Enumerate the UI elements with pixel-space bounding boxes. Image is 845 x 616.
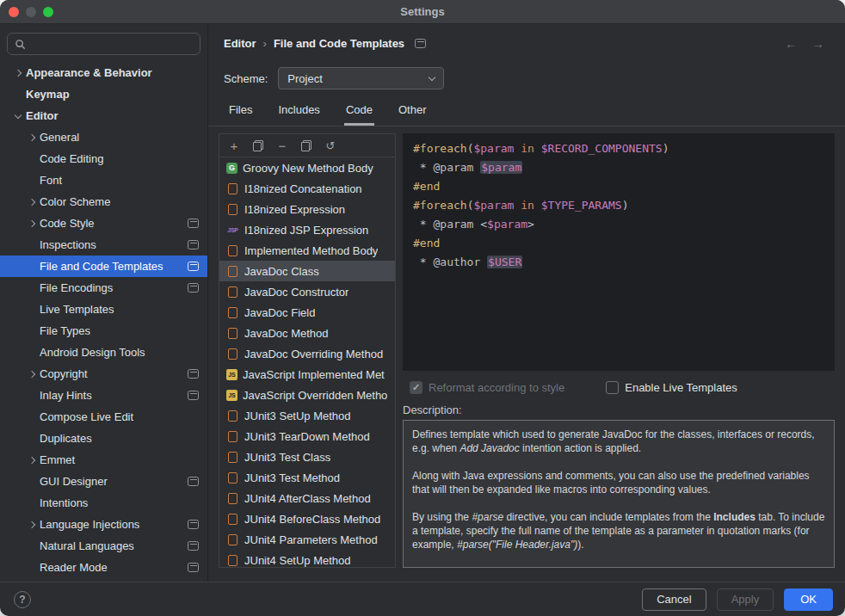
template-item-label: JUnit3 Test Method [244, 471, 340, 484]
tab-includes[interactable]: Includes [276, 103, 321, 126]
apply-button[interactable]: Apply [717, 588, 774, 611]
template-item-junit4-setup-method[interactable]: JUnit4 SetUp Method [219, 550, 395, 567]
code-line: #end [413, 177, 824, 196]
close-window-button[interactable] [9, 7, 19, 17]
template-item-javascript-implemented-met[interactable]: JSJavaScript Implemented Met [219, 364, 395, 385]
tab-other[interactable]: Other [397, 103, 429, 126]
help-button[interactable]: ? [14, 591, 31, 608]
sidebar-item-editor[interactable]: Editor [0, 105, 207, 126]
sidebar-item-natural-languages[interactable]: Natural Languages [0, 535, 207, 557]
settings-search-input[interactable] [31, 38, 193, 51]
template-item-javadoc-constructor[interactable]: JavaDoc Constructor [219, 281, 395, 302]
sidebar-item-general[interactable]: General [0, 126, 207, 148]
template-editor[interactable]: #foreach($param in $RECORD_COMPONENTS) *… [403, 133, 835, 371]
template-item-junit4-afterclass-method[interactable]: JUnit4 AfterClass Method [219, 488, 395, 508]
tree-toggle[interactable] [24, 213, 40, 234]
template-item-junit3-test-method[interactable]: JUnit3 Test Method [219, 467, 395, 488]
template-item-javadoc-method[interactable]: JavaDoc Method [219, 323, 395, 343]
template-item-i18nized-expression[interactable]: I18nized Expression [219, 199, 395, 219]
sidebar-item-keymap[interactable]: Keymap [0, 83, 207, 105]
sidebar-item-emmet[interactable]: Emmet [0, 449, 207, 471]
copy-icon[interactable] [249, 137, 268, 154]
scheme-select[interactable]: Project [278, 67, 444, 89]
code-line: #end [413, 234, 824, 253]
template-item-implemented-method-body[interactable]: Implemented Method Body [219, 240, 395, 261]
tree-indent [24, 557, 40, 578]
sidebar-item-label: Inspections [40, 238, 96, 251]
tab-code[interactable]: Code [344, 103, 374, 126]
template-item-junit3-teardown-method[interactable]: JUnit3 TearDown Method [219, 426, 395, 447]
template-item-i18nized-concatenation[interactable]: I18nized Concatenation [219, 178, 395, 199]
titlebar: Settings [0, 0, 845, 24]
tree-toggle[interactable] [24, 449, 40, 471]
sidebar-item-copyright[interactable]: Copyright [0, 363, 207, 385]
sidebar-item-color-scheme[interactable]: Color Scheme [0, 191, 207, 213]
template-item-junit4-parameters-method[interactable]: JUnit4 Parameters Method [219, 529, 395, 550]
tree-indent [24, 535, 40, 557]
cancel-button[interactable]: Cancel [642, 588, 706, 611]
enable-live-templates-checkbox[interactable]: Enable Live Templates [606, 381, 737, 394]
sidebar-item-file-encodings[interactable]: File Encodings [0, 277, 207, 299]
sidebar-item-font[interactable]: Font [0, 169, 207, 191]
sidebar-item-appearance-behavior[interactable]: Appearance & Behavior [0, 62, 207, 83]
checkbox-icon [606, 381, 619, 394]
template-item-i18nized-jsp-expression[interactable]: JSPI18nized JSP Expression [219, 219, 395, 240]
back-button[interactable]: ← [785, 36, 798, 51]
template-item-junit4-beforeclass-method[interactable]: JUnit4 BeforeClass Method [219, 508, 395, 529]
template-toolbar [219, 134, 395, 157]
sidebar-item-gui-designer[interactable]: GUI Designer [0, 471, 207, 492]
template-file-icon [226, 533, 239, 545]
chevron-right-icon [28, 133, 35, 140]
template-item-groovy-new-method-body[interactable]: GGroovy New Method Body [219, 157, 395, 178]
template-file-icon [226, 244, 239, 256]
sidebar-item-label: File Encodings [40, 281, 113, 294]
sidebar-item-inspections[interactable]: Inspections [0, 234, 207, 256]
template-item-javadoc-field[interactable]: JavaDoc Field [219, 302, 395, 323]
duplicate-icon[interactable] [297, 137, 316, 154]
revert-icon[interactable] [321, 137, 340, 154]
sidebar-item-inlay-hints[interactable]: Inlay Hints [0, 385, 207, 406]
template-item-junit3-setup-method[interactable]: JUnit3 SetUp Method [219, 405, 395, 426]
sidebar-item-label: Intentions [40, 496, 88, 509]
tree-indent [24, 385, 40, 406]
sidebar-item-duplicates[interactable]: Duplicates [0, 428, 207, 449]
tab-files[interactable]: Files [227, 103, 254, 126]
sidebar-item-code-editing[interactable]: Code Editing [0, 148, 207, 169]
settings-search-box[interactable] [7, 33, 200, 55]
sidebar-item-reader-mode[interactable]: Reader Mode [0, 557, 207, 578]
tree-toggle[interactable] [10, 105, 26, 126]
code-line: * @author $USER [413, 253, 824, 272]
sidebar-item-language-injections[interactable]: Language Injections [0, 514, 207, 535]
remove-icon[interactable] [273, 137, 292, 154]
screen-icon [188, 541, 199, 551]
sidebar-item-code-style[interactable]: Code Style [0, 213, 207, 234]
sidebar-item-compose-live-edit[interactable]: Compose Live Edit [0, 406, 207, 428]
sidebar-item-live-templates[interactable]: Live Templates [0, 299, 207, 320]
chevron-right-icon [28, 370, 35, 377]
tree-toggle[interactable] [10, 62, 26, 83]
screen-icon [188, 391, 199, 400]
reformat-checkbox[interactable]: Reformat according to style [410, 381, 564, 394]
sidebar-item-file-and-code-templates[interactable]: File and Code Templates [0, 256, 207, 277]
sidebar-item-intentions[interactable]: Intentions [0, 492, 207, 514]
forward-button[interactable]: → [811, 36, 824, 51]
template-item-label: JUnit3 SetUp Method [244, 410, 351, 422]
template-item-javascript-overridden-metho[interactable]: JSJavaScript Overridden Metho [219, 385, 395, 405]
tree-toggle[interactable] [24, 514, 40, 535]
tree-toggle[interactable] [24, 363, 40, 385]
screen-icon [188, 477, 199, 486]
javascript-file-icon: JS [226, 390, 237, 401]
template-item-junit3-test-class[interactable]: JUnit3 Test Class [219, 447, 395, 467]
template-item-javadoc-overriding-method[interactable]: JavaDoc Overriding Method [219, 343, 395, 364]
breadcrumb-item-editor[interactable]: Editor [224, 37, 256, 50]
sidebar-item-file-types[interactable]: File Types [0, 320, 207, 342]
template-item-javadoc-class[interactable]: JavaDoc Class [219, 261, 395, 281]
tree-toggle[interactable] [24, 126, 40, 148]
sidebar-item-android-design-tools[interactable]: Android Design Tools [0, 342, 207, 363]
tree-toggle[interactable] [24, 191, 40, 213]
settings-window: Settings Appearance & BehaviorKeymapEdit… [0, 0, 845, 616]
ok-button[interactable]: OK [784, 588, 833, 611]
add-icon[interactable] [225, 137, 244, 154]
screen-icon [188, 283, 199, 293]
zoom-window-button[interactable] [43, 7, 53, 17]
